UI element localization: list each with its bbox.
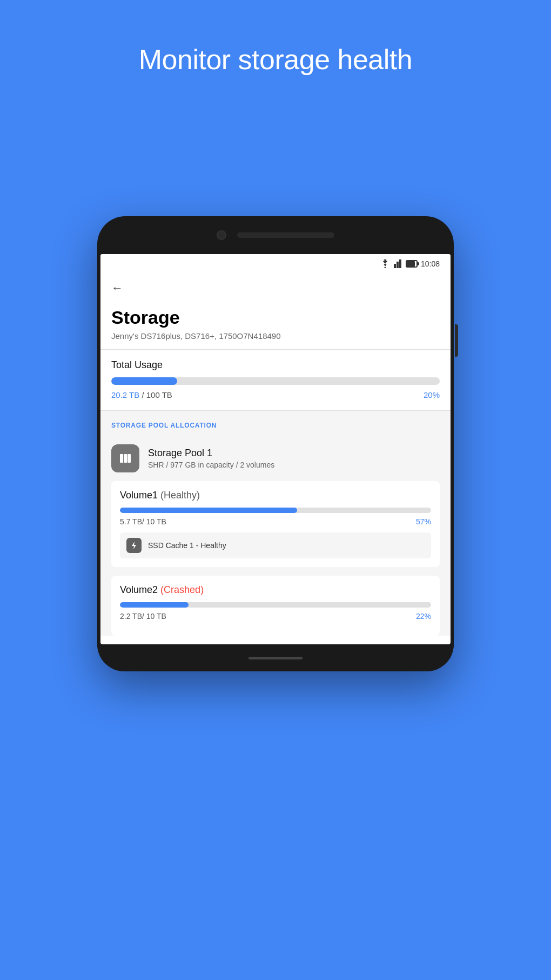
database-icon — [118, 451, 133, 466]
usage-percent: 20% — [424, 390, 440, 399]
page-header: Storage Jenny's DS716plus, DS716+, 1750O… — [100, 303, 451, 349]
volume-1-used: 5.7 TB — [120, 517, 142, 526]
status-bar: 10:08 — [100, 254, 451, 274]
pool-info-1: Storage Pool 1 SHR / 977 GB in capacity … — [148, 448, 274, 469]
cache-icon-1 — [126, 538, 142, 553]
phone-screen: 10:08 ← Storage Jenny's DS716plus, DS716… — [100, 254, 451, 644]
volume-1-status: (Healthy) — [160, 490, 200, 501]
volume-2-progress-fill — [120, 602, 189, 608]
battery-icon — [406, 260, 418, 268]
svg-marker-2 — [397, 262, 399, 268]
phone-bottom-bar — [97, 644, 454, 671]
phone-camera — [217, 230, 226, 240]
cache-label-1: SSD Cache 1 - Healthy — [148, 541, 226, 550]
volume-1-progress-fill — [120, 508, 297, 513]
svg-marker-1 — [394, 264, 396, 268]
volume-card-2: Volume2 (Crashed) 2.2 TB/ 10 TB 22% — [111, 576, 440, 636]
usage-separator: / 100 TB — [139, 390, 172, 399]
storage-pool-header-label: STORAGE POOL ALLOCATION — [111, 413, 440, 436]
volume-1-usage: 5.7 TB/ 10 TB — [120, 517, 166, 526]
usage-used: 20.2 TB — [111, 390, 139, 399]
status-time: 10:08 — [421, 259, 440, 268]
volume-2-pct: 22% — [416, 612, 431, 621]
volume-card-1: Volume1 (Healthy) 5.7 TB/ 10 TB 57% — [111, 481, 440, 567]
svg-rect-5 — [124, 454, 127, 463]
volume-2-sep: / 10 TB — [142, 612, 166, 621]
volume-2-stats: 2.2 TB/ 10 TB 22% — [120, 612, 431, 621]
volume-2-used: 2.2 TB — [120, 612, 142, 621]
volume-1-progress-container — [120, 508, 431, 513]
volume-1-name: Volume1 — [120, 490, 158, 501]
pool-name-1: Storage Pool 1 — [148, 448, 274, 459]
svg-rect-6 — [127, 454, 131, 463]
volume-2-progress-container — [120, 602, 431, 608]
home-indicator — [248, 657, 303, 659]
volume-2-status: (Crashed) — [160, 584, 204, 595]
signal-icon — [394, 259, 402, 268]
phone-side-button — [455, 324, 458, 357]
volume-1-sep: / 10 TB — [142, 517, 166, 526]
phone-frame: 10:08 ← Storage Jenny's DS716plus, DS716… — [97, 216, 454, 671]
phone-speaker — [237, 232, 334, 238]
svg-marker-3 — [399, 259, 401, 268]
pool-item-1[interactable]: Storage Pool 1 SHR / 977 GB in capacity … — [111, 436, 440, 481]
storage-pool-section: STORAGE POOL ALLOCATION Storage Pool 1 S… — [100, 411, 451, 636]
svg-marker-7 — [132, 542, 136, 549]
cache-item-1: SSD Cache 1 - Healthy — [120, 532, 431, 558]
pool-icon-1 — [111, 444, 139, 472]
volume-2-name: Volume2 — [120, 584, 158, 595]
status-icons: 10:08 — [380, 259, 440, 268]
usage-amount: 20.2 TB / 100 TB — [111, 390, 172, 399]
svg-point-0 — [384, 267, 386, 269]
total-usage-label: Total Usage — [111, 359, 440, 371]
total-progress-bar-fill — [111, 377, 177, 385]
volume-1-header: Volume1 (Healthy) — [120, 490, 431, 501]
total-usage-section: Total Usage 20.2 TB / 100 TB 20% — [100, 350, 451, 410]
page-title: Monitor storage health — [0, 0, 551, 108]
total-progress-bar-container — [111, 377, 440, 385]
volume-2-usage: 2.2 TB/ 10 TB — [120, 612, 166, 621]
volume-1-pct: 57% — [416, 517, 431, 526]
phone-top-bar — [97, 216, 454, 254]
pool-meta-1: SHR / 977 GB in capacity / 2 volumes — [148, 461, 274, 469]
usage-stats: 20.2 TB / 100 TB 20% — [111, 390, 440, 399]
toolbar: ← — [100, 274, 451, 303]
device-subtitle: Jenny's DS716plus, DS716+, 1750O7N418490 — [111, 331, 440, 341]
flash-icon — [130, 541, 138, 550]
wifi-icon — [380, 259, 391, 268]
back-button[interactable]: ← — [111, 281, 123, 295]
storage-title: Storage — [111, 307, 440, 328]
battery-fill — [407, 261, 415, 266]
volume-2-header: Volume2 (Crashed) — [120, 584, 431, 596]
svg-rect-4 — [120, 454, 123, 463]
app-content: ← Storage Jenny's DS716plus, DS716+, 175… — [100, 274, 451, 636]
volume-1-stats: 5.7 TB/ 10 TB 57% — [120, 517, 431, 526]
